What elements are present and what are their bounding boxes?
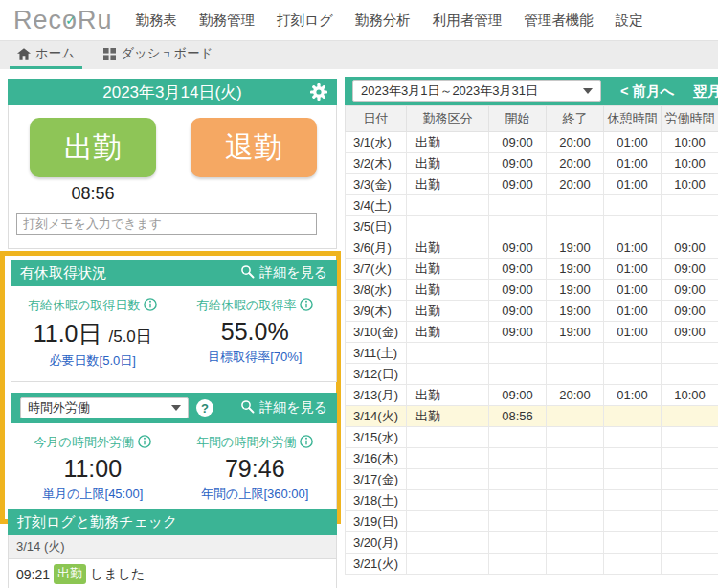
start-time-cell: 08:56 — [489, 406, 547, 427]
timesheet-row[interactable]: 3/13(月)出勤09:0020:0001:0010:00 — [346, 385, 718, 406]
timesheet-row[interactable]: 3/20(月) — [346, 532, 718, 554]
start-time-cell — [489, 195, 547, 216]
log-entry-text: しました — [90, 566, 145, 583]
stat-link[interactable]: 目標取得率[70%] — [174, 349, 337, 366]
end-time-cell — [547, 406, 604, 427]
overtime-type-select[interactable]: 時間外労働 — [20, 397, 189, 418]
start-time-cell — [489, 554, 547, 575]
work-time-cell — [662, 554, 718, 575]
timesheet-row[interactable]: 3/19(日) — [346, 511, 718, 532]
break-time-cell — [604, 406, 662, 427]
paid-leave-header: 有休取得状況 詳細を見る — [11, 260, 337, 286]
timesheet-row[interactable]: 3/14(火)出勤08:56 — [346, 406, 718, 427]
worktype-cell: 出勤 — [407, 385, 489, 406]
start-time-cell — [489, 490, 547, 511]
clock-in-button[interactable]: 出勤 — [30, 118, 156, 177]
start-time-cell: 09:00 — [489, 301, 547, 322]
period-select[interactable]: 2023年3月1日～2023年3月31日 — [352, 80, 601, 102]
column-header: 終了 — [547, 106, 604, 132]
timesheet-row[interactable]: 3/16(木) — [346, 448, 718, 469]
timesheet-row[interactable]: 3/17(金) — [346, 469, 718, 490]
overtime-details-link[interactable]: 詳細を見る — [240, 399, 327, 417]
stat-link[interactable]: 単月の上限[45:00] — [11, 486, 174, 503]
timesheet-row[interactable]: 3/15(水) — [346, 427, 718, 448]
tab-dashboard[interactable]: ダッシュボード — [96, 41, 220, 69]
prev-month-button[interactable]: < 前月へ — [620, 82, 674, 101]
clock-out-button[interactable]: 退勤 — [191, 118, 317, 177]
date-cell: 3/2(木) — [346, 153, 407, 174]
end-time-cell — [547, 216, 604, 237]
paid-leave-details-link[interactable]: 詳細を見る — [240, 264, 327, 282]
help-icon[interactable]: ? — [196, 399, 213, 417]
start-time-cell — [489, 343, 547, 364]
clock-panel: 2023年3月14日(火) 出勤 退勤 08:5 — [8, 79, 337, 249]
info-icon[interactable] — [300, 435, 313, 451]
timesheet-row[interactable]: 3/8(水)出勤09:0019:0001:0009:00 — [346, 280, 718, 301]
current-date: 2023年3月14日(火) — [102, 81, 242, 103]
work-time-cell — [662, 343, 718, 364]
overtime-body: 今月の時間外労働 11:00 単月の上限[45:00] 年間の時間外労働 79:… — [11, 423, 337, 515]
timesheet-row[interactable]: 3/3(金)出勤09:0020:0001:0010:00 — [346, 174, 718, 195]
info-icon[interactable] — [138, 435, 151, 451]
stat-value: 11:00 — [11, 455, 174, 483]
chevron-down-icon — [171, 405, 181, 411]
nav-item-0[interactable]: 勤務表 — [136, 11, 178, 30]
logo-text: Rec — [13, 6, 62, 34]
punch-log-title: 打刻ログと勤務チェック — [17, 513, 177, 531]
timesheet-row[interactable]: 3/1(水)出勤09:0020:0001:0010:00 — [346, 132, 718, 153]
info-icon[interactable] — [300, 298, 313, 314]
main-nav-items: 勤務表勤務管理打刻ログ勤務分析利用者管理管理者機能設定 — [136, 11, 665, 30]
break-time-cell — [604, 469, 662, 490]
timesheet-row[interactable]: 3/2(木)出勤09:0020:0001:0010:00 — [346, 153, 718, 174]
home-icon — [17, 48, 31, 60]
stat-link[interactable]: 必要日数[5.0日] — [11, 352, 174, 370]
nav-item-2[interactable]: 打刻ログ — [277, 11, 333, 30]
info-icon[interactable] — [144, 298, 157, 314]
start-time-cell — [489, 469, 547, 490]
timesheet-row[interactable]: 3/5(日) — [346, 216, 718, 237]
nav-item-6[interactable]: 設定 — [616, 11, 643, 30]
nav-item-1[interactable]: 勤務管理 — [199, 11, 255, 30]
tab-bar: ホーム ダッシュボード — [0, 40, 718, 69]
nav-item-3[interactable]: 勤務分析 — [355, 11, 411, 30]
worktype-cell — [407, 343, 489, 364]
overtime-month-stat: 今月の時間外労働 11:00 単月の上限[45:00] — [11, 434, 174, 503]
end-time-cell — [547, 490, 604, 511]
break-time-cell: 01:00 — [604, 280, 662, 301]
next-month-button[interactable]: 翌月へ — [693, 82, 718, 101]
timesheet-row[interactable]: 3/6(月)出勤09:0019:0001:0009:00 — [346, 237, 718, 259]
start-time-cell: 09:00 — [489, 385, 547, 406]
worktype-cell — [407, 216, 489, 237]
timesheet-row[interactable]: 3/21(火) — [346, 554, 718, 575]
tab-home[interactable]: ホーム — [10, 41, 82, 69]
end-time-cell: 20:00 — [547, 174, 604, 195]
nav-item-5[interactable]: 管理者機能 — [524, 11, 594, 30]
timesheet-row[interactable]: 3/12(日) — [346, 364, 718, 385]
recoru-logo[interactable]: Reco✓Ru — [13, 6, 113, 35]
timesheet-row[interactable]: 3/4(土) — [346, 195, 718, 216]
break-time-cell: 01:00 — [604, 259, 662, 280]
break-time-cell: 01:00 — [604, 132, 662, 153]
timesheet-row[interactable]: 3/9(木)出勤09:0019:0001:0009:00 — [346, 301, 718, 322]
work-time-cell: 09:00 — [662, 259, 718, 280]
nav-item-4[interactable]: 利用者管理 — [433, 11, 503, 30]
stat-link[interactable]: 年間の上限[360:00] — [174, 486, 337, 503]
paid-leave-rate-stat: 有給休暇の取得率 55.0% 目標取得率[70%] — [174, 297, 337, 370]
overtime-year-stat: 年間の時間外労働 79:46 年間の上限[360:00] — [174, 434, 337, 503]
gear-icon[interactable] — [309, 82, 328, 106]
timesheet-section: 2023年3月1日～2023年3月31日 < 前月へ 翌月へ 日付勤務区分開始終… — [345, 77, 718, 575]
date-cell: 3/6(月) — [346, 237, 407, 259]
period-select-value: 2023年3月1日～2023年3月31日 — [361, 82, 538, 100]
timesheet-row[interactable]: 3/7(火)出勤09:0019:0001:0009:00 — [346, 259, 718, 280]
recoru-home-page: Reco✓Ru 勤務表勤務管理打刻ログ勤務分析利用者管理管理者機能設定 ホーム … — [0, 0, 718, 588]
timesheet-row[interactable]: 3/18(土) — [346, 490, 718, 511]
start-time-cell: 09:00 — [489, 132, 547, 153]
punch-memo-input[interactable] — [16, 213, 317, 235]
work-time-cell — [662, 427, 718, 448]
overtime-header: 時間外労働 ? 詳細を見る — [11, 393, 337, 423]
overtime-panel: 時間外労働 ? 詳細を見る 今月の時間外労働 11:00 単月の上限[45:00… — [11, 393, 337, 515]
timesheet-row[interactable]: 3/10(金)出勤09:0019:0001:0009:00 — [346, 322, 718, 343]
break-time-cell: 01:00 — [604, 153, 662, 174]
timesheet-row[interactable]: 3/11(土) — [346, 343, 718, 364]
stat-label: 今月の時間外労働 — [34, 434, 134, 451]
